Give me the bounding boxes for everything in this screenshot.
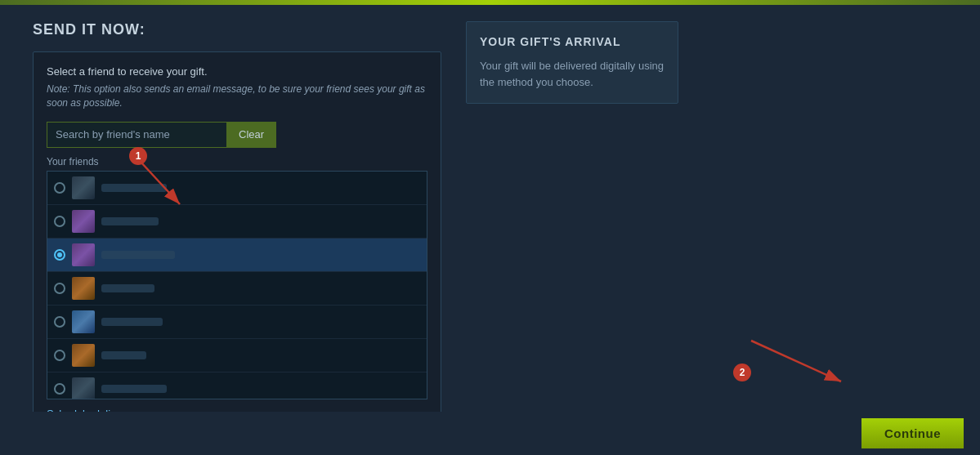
bottom-bar: Continue (0, 412, 980, 455)
search-input[interactable] (47, 122, 226, 148)
left-panel: SEND IT NOW: Select a friend to receive … (33, 21, 441, 439)
friend-item[interactable] (47, 172, 427, 205)
radio-btn (54, 350, 65, 361)
friend-name (101, 351, 146, 359)
friends-list[interactable] (47, 171, 427, 399)
radio-btn-selected (54, 249, 65, 261)
gift-arrival-title: YOUR GIFT'S ARRIVAL (480, 35, 665, 48)
select-friend-text: Select a friend to receive your gift. (47, 65, 427, 78)
friend-avatar (72, 277, 95, 300)
annotation-2: 2 (733, 364, 751, 381)
friend-item[interactable] (47, 372, 427, 399)
friend-avatar (72, 176, 95, 199)
friend-avatar (72, 210, 95, 233)
gift-arrival-box: YOUR GIFT'S ARRIVAL Your gift will be de… (466, 21, 678, 104)
radio-btn (54, 216, 65, 227)
search-row: Clear (47, 122, 427, 148)
continue-button[interactable]: Continue (861, 418, 964, 448)
right-panel: YOUR GIFT'S ARRIVAL Your gift will be de… (466, 21, 678, 439)
annotation-1: 1 (129, 147, 147, 165)
friend-avatar (72, 310, 95, 333)
gift-arrival-text: Your gift will be delivered digitally us… (480, 58, 665, 90)
friend-name (101, 284, 154, 292)
friend-name (101, 217, 159, 225)
friend-name (101, 251, 175, 259)
friends-label: Your friends (47, 156, 427, 167)
friend-name (101, 184, 167, 192)
send-box: Select a friend to receive your gift. No… (33, 51, 441, 442)
friend-item[interactable] (47, 272, 427, 306)
radio-btn (54, 182, 65, 194)
friend-item[interactable] (47, 306, 427, 339)
radio-btn (54, 283, 65, 294)
send-it-now-title: SEND IT NOW: (33, 21, 441, 38)
main-content: SEND IT NOW: Select a friend to receive … (0, 5, 980, 455)
friend-avatar (72, 243, 95, 266)
clear-button[interactable]: Clear (226, 122, 276, 148)
note-text: Note: This option also sends an email me… (47, 83, 427, 110)
friend-item[interactable] (47, 205, 427, 239)
friend-item[interactable] (47, 239, 427, 272)
friend-name (101, 385, 167, 393)
friend-item[interactable] (47, 339, 427, 372)
friend-avatar (72, 344, 95, 367)
friend-avatar (72, 377, 95, 399)
radio-btn (54, 316, 65, 328)
radio-btn (54, 383, 65, 395)
friend-name (101, 318, 163, 326)
